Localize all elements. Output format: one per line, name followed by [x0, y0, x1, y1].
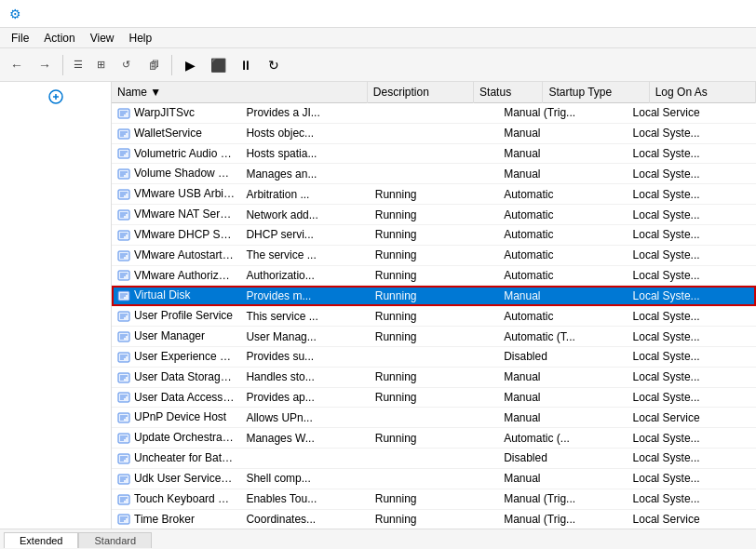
service-name: WarpJITSvc	[134, 106, 195, 119]
service-description: Hosts spatia...	[240, 143, 369, 164]
service-name: VMware USB Arbitration Service	[134, 187, 240, 200]
service-status: Running	[370, 205, 498, 225]
properties-button[interactable]: 🗐	[141, 52, 167, 78]
status-bar: Extended Standard	[0, 529, 756, 549]
table-scroll[interactable]: WarpJITSvcProvides a JI...Manual (Trig..…	[112, 103, 756, 529]
service-icon	[117, 513, 130, 526]
service-icon	[117, 208, 130, 221]
table-row[interactable]: VMware USB Arbitration ServiceArbitratio…	[112, 184, 756, 205]
col-name[interactable]: Name ▼	[112, 82, 367, 103]
service-logon: Local Syste...	[628, 143, 756, 164]
table-row[interactable]: VMware DHCP ServiceDHCP servi...RunningA…	[112, 224, 756, 245]
table-row[interactable]: WalletServiceHosts objec...ManualLocal S…	[112, 123, 756, 143]
show-hide-button2[interactable]: ⊞	[90, 52, 111, 78]
service-name: VMware DHCP Service	[134, 228, 240, 241]
table-row[interactable]: VMware Authorization ServiceAuthorizatio…	[112, 265, 756, 286]
service-logon: Local Service	[628, 103, 756, 123]
service-name: WalletService	[134, 127, 202, 140]
service-name: VMware Authorization Service	[134, 269, 240, 282]
minimize-button[interactable]	[620, 0, 663, 28]
col-startup[interactable]: Startup Type	[543, 82, 649, 103]
menu-action[interactable]: Action	[36, 30, 82, 47]
refresh-button[interactable]: ↺	[113, 52, 139, 78]
table-row[interactable]: User ManagerUser Manag...RunningAutomati…	[112, 327, 756, 347]
service-startup: Manual (Trig...	[498, 103, 627, 123]
table-row[interactable]: VMware NAT ServiceNetwork add...RunningA…	[112, 205, 756, 225]
service-status: Running	[370, 306, 498, 327]
table-row[interactable]: Uncheater for BattleGrounds_GLDisabledLo…	[112, 449, 756, 469]
service-startup: Automatic	[498, 224, 627, 245]
forward-button[interactable]: →	[32, 52, 58, 78]
service-status	[370, 449, 498, 469]
service-status	[370, 103, 498, 123]
menu-view[interactable]: View	[83, 30, 122, 47]
table-row[interactable]: User Profile ServiceThis service ...Runn…	[112, 306, 756, 327]
service-startup: Manual	[498, 408, 627, 428]
col-status[interactable]: Status	[474, 82, 543, 103]
service-icon	[117, 452, 130, 465]
table-row[interactable]: Touch Keyboard and Handwriting Panel Ser…	[112, 489, 756, 509]
menu-file[interactable]: File	[4, 30, 36, 47]
service-description: Provides a JI...	[240, 103, 369, 123]
pause-svc-button[interactable]: ⏸	[233, 52, 259, 78]
service-description: The service ...	[240, 245, 369, 265]
table-row[interactable]: UPnP Device HostAllows UPn...ManualLocal…	[112, 408, 756, 428]
window-controls	[620, 0, 749, 28]
table-row[interactable]: Virtual DiskProvides m...RunningManualLo…	[112, 286, 756, 306]
service-status: Running	[370, 224, 498, 245]
service-name: User Experience Virtualization Service	[134, 350, 240, 363]
service-status: Running	[370, 428, 498, 449]
table-row[interactable]: Time BrokerCoordinates...RunningManual (…	[112, 509, 756, 529]
table-row[interactable]: VMware Autostart ServiceThe service ...R…	[112, 245, 756, 265]
service-icon	[117, 229, 130, 242]
service-description: User Manag...	[240, 327, 369, 347]
service-description: Authorizatio...	[240, 265, 369, 286]
service-name: Touch Keyboard and Handwriting Panel Ser…	[134, 492, 240, 505]
service-startup: Automatic	[498, 265, 627, 286]
back-button[interactable]: ←	[4, 52, 30, 78]
service-logon: Local Syste...	[628, 245, 756, 265]
table-row[interactable]: WarpJITSvcProvides a JI...Manual (Trig..…	[112, 103, 756, 123]
show-hide-button[interactable]: ☰	[68, 52, 88, 78]
service-status	[370, 408, 498, 428]
service-icon	[117, 432, 130, 445]
table-row[interactable]: Update Orchestrator ServiceManages W...R…	[112, 428, 756, 449]
stop-button-toolbar[interactable]: ▶	[177, 52, 203, 78]
service-name: Update Orchestrator Service	[134, 431, 240, 444]
service-status: Running	[370, 265, 498, 286]
service-description: Enables Tou...	[240, 489, 369, 509]
service-startup: Manual	[498, 468, 627, 489]
service-status: Running	[370, 286, 498, 306]
service-name: User Data Access_1b588d	[134, 391, 240, 404]
service-description: Network add...	[240, 205, 369, 225]
service-startup: Automatic	[498, 184, 627, 205]
service-icon	[117, 473, 130, 486]
service-description: Provides ap...	[240, 387, 369, 408]
service-logon: Local Syste...	[628, 327, 756, 347]
restart-svc-button[interactable]: ↻	[261, 52, 287, 78]
service-icon	[117, 249, 130, 262]
table-row[interactable]: User Experience Virtualization ServicePr…	[112, 346, 756, 367]
service-logon: Local Syste...	[628, 286, 756, 306]
col-logon[interactable]: Log On As	[649, 82, 755, 103]
table-row[interactable]: Volumetric Audio Compositor ServiceHosts…	[112, 143, 756, 164]
stop-svc-button[interactable]: ⬛	[205, 52, 231, 78]
service-name: Virtual Disk	[134, 288, 190, 301]
service-icon	[117, 351, 130, 364]
tab-standard[interactable]: Standard	[78, 532, 152, 548]
table-row[interactable]: Udk User Service_1b588dShell comp...Manu…	[112, 468, 756, 489]
maximize-button[interactable]	[663, 0, 706, 28]
service-startup: Manual	[498, 286, 627, 306]
table-row[interactable]: User Data Access_1b588dProvides ap...Run…	[112, 387, 756, 408]
menu-help[interactable]: Help	[122, 30, 160, 47]
service-icon	[117, 269, 130, 282]
service-name: User Data Storage_1b588d	[134, 370, 240, 383]
close-button[interactable]	[706, 0, 749, 28]
service-logon: Local Syste...	[628, 184, 756, 205]
service-startup: Manual	[498, 367, 627, 387]
col-description[interactable]: Description	[367, 82, 473, 103]
tab-extended[interactable]: Extended	[4, 532, 78, 548]
table-row[interactable]: Volume Shadow CopyManages an...ManualLoc…	[112, 164, 756, 184]
table-row[interactable]: User Data Storage_1b588dHandles sto...Ru…	[112, 367, 756, 387]
service-startup: Disabled	[498, 346, 627, 367]
